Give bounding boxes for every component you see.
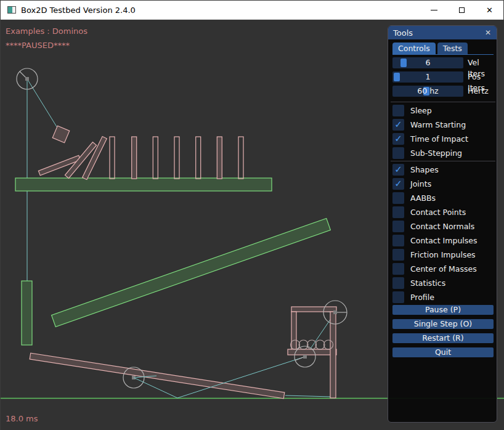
app-window: Box2D Testbed Version 2.4.0 ✕: [0, 0, 504, 430]
frame-time: 18.0 ms: [6, 414, 38, 423]
checkbox-label: Time of Impact: [410, 133, 468, 145]
slider-track[interactable]: 1: [392, 71, 463, 83]
slider-vel-iters[interactable]: 6 Vel Iters: [392, 57, 494, 68]
minimize-button[interactable]: [420, 1, 448, 20]
slider-track[interactable]: 60 hz: [392, 86, 463, 97]
checkbox-statistics[interactable]: Statistics: [392, 277, 494, 289]
checkbox[interactable]: [392, 221, 404, 232]
checkbox-contact-points[interactable]: Contact Points: [392, 206, 494, 218]
domino-standing: [217, 137, 222, 179]
window-title: Box2D Testbed Version 2.4.0: [21, 6, 136, 15]
checkbox[interactable]: [392, 105, 404, 116]
domino-standing: [174, 137, 179, 179]
domino-standing: [196, 137, 201, 179]
checkbox-label: Contact Normals: [410, 221, 474, 232]
checkmark-icon: ✓: [394, 164, 402, 175]
hanging-box: [52, 126, 70, 143]
checkbox-label: Sub-Stepping: [410, 147, 462, 159]
checkmark-icon: ✓: [394, 133, 402, 144]
domino-standing: [132, 137, 137, 179]
frame-structure: [288, 307, 336, 398]
checkbox-label: Statistics: [410, 277, 445, 289]
checkbox[interactable]: [392, 192, 404, 204]
tab-underline: [392, 54, 494, 55]
checkbox[interactable]: [392, 147, 404, 159]
example-title: Examples : Dominos: [6, 26, 87, 36]
separator: [391, 161, 495, 161]
separator: [391, 102, 495, 102]
checkbox[interactable]: [392, 206, 404, 218]
maximize-icon: [459, 7, 465, 13]
maximize-button[interactable]: [448, 1, 476, 20]
checkbox-label: Shapes: [410, 164, 439, 176]
checkbox-friction-impulses[interactable]: Friction Impulses: [392, 249, 494, 261]
slider-track[interactable]: 6: [392, 57, 463, 68]
panel-title: Tools: [393, 28, 413, 38]
shelf-balls: [291, 340, 333, 349]
checkbox[interactable]: [392, 249, 404, 261]
checkbox-label: Sleep: [410, 105, 432, 116]
checkbox-aabbs[interactable]: AABBs: [392, 192, 494, 204]
app-icon: [7, 6, 16, 14]
static-pillar: [22, 281, 32, 345]
checkbox[interactable]: ✓: [392, 119, 404, 131]
checkmark-icon: ✓: [394, 178, 402, 189]
ramp: [52, 219, 331, 327]
paused-status: ****PAUSED****: [6, 41, 70, 50]
checkbox-profile[interactable]: Profile: [392, 291, 494, 303]
slider-value: 6: [392, 57, 463, 68]
checkbox[interactable]: ✓: [392, 164, 404, 176]
checkmark-icon: ✓: [394, 119, 402, 130]
checkbox-label: Friction Impulses: [410, 249, 476, 261]
domino-standing: [153, 137, 158, 179]
single-step-button[interactable]: Single Step (O): [392, 319, 494, 329]
checkbox-center-of-masses[interactable]: Center of Masses: [392, 263, 494, 275]
close-button[interactable]: ✕: [476, 1, 503, 20]
checkbox-contact-impulses[interactable]: Contact Impulses: [392, 235, 494, 246]
checkbox-label: AABBs: [410, 192, 436, 204]
slider-value: 60 hz: [392, 86, 463, 97]
domino-standing: [238, 137, 243, 179]
checkbox-contact-normals[interactable]: Contact Normals: [392, 221, 494, 232]
panel-close-icon[interactable]: ✕: [482, 27, 494, 38]
slider-value: 1: [392, 71, 463, 83]
checkbox[interactable]: [392, 235, 404, 246]
restart-button[interactable]: Restart (R): [392, 333, 494, 343]
checkbox-warm-starting[interactable]: ✓ Warm Starting: [392, 119, 494, 131]
pause-button[interactable]: Pause (P): [392, 305, 494, 315]
checkbox-label: Warm Starting: [410, 119, 466, 131]
slider-hertz[interactable]: 60 hz Hertz: [392, 86, 494, 97]
checkbox[interactable]: [392, 291, 404, 303]
checkbox-time-of-impact[interactable]: ✓ Time of Impact: [392, 133, 494, 145]
tools-panel: Tools ✕ Controls Tests 6 Vel Iters 1 Pos…: [388, 25, 497, 423]
checkbox-label: Joints: [410, 178, 431, 190]
checkbox-shapes[interactable]: ✓ Shapes: [392, 164, 494, 176]
slider-label: Hertz: [468, 86, 489, 97]
joint-line-diagonal: [27, 79, 61, 134]
tab-tests[interactable]: Tests: [437, 43, 468, 54]
domino-standing: [110, 137, 115, 179]
checkbox[interactable]: [392, 263, 404, 275]
checkbox-label: Profile: [410, 291, 434, 303]
quit-button[interactable]: Quit: [392, 347, 494, 357]
checkbox[interactable]: ✓: [392, 133, 404, 145]
checkbox-sleep[interactable]: Sleep: [392, 105, 494, 116]
checkbox[interactable]: ✓: [392, 178, 404, 190]
checkbox-label: Contact Points: [410, 206, 466, 218]
checkbox[interactable]: [392, 277, 404, 289]
close-icon: ✕: [486, 6, 493, 14]
tools-panel-titlebar[interactable]: Tools ✕: [388, 26, 497, 39]
tab-controls[interactable]: Controls: [392, 43, 436, 54]
checkbox-label: Contact Impulses: [410, 235, 478, 246]
minimize-icon: [431, 10, 437, 10]
domino-platform: [15, 178, 272, 191]
joint-line-ground: [285, 396, 331, 397]
checkbox-label: Center of Masses: [410, 263, 477, 275]
tabbar: Controls Tests: [392, 43, 494, 54]
checkbox-sub-stepping[interactable]: Sub-Stepping: [392, 147, 494, 159]
slider-pos-iters[interactable]: 1 Pos Iters: [392, 71, 494, 83]
titlebar[interactable]: Box2D Testbed Version 2.4.0 ✕: [1, 1, 503, 20]
checkbox-joints[interactable]: ✓ Joints: [392, 178, 494, 190]
